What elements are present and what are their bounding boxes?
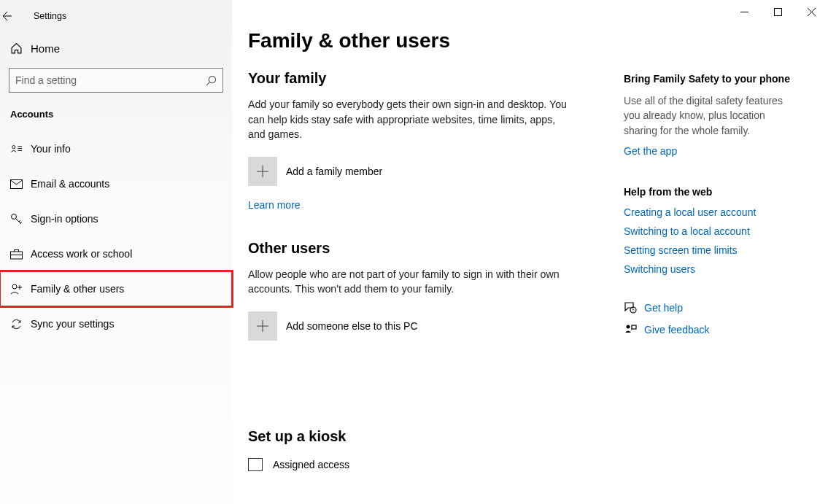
svg-point-11	[12, 214, 17, 219]
svg-point-6	[12, 145, 15, 148]
help-link-local-user[interactable]: Creating a local user account	[624, 206, 799, 218]
other-users-heading: Other users	[248, 240, 580, 257]
person-card-icon	[10, 143, 31, 155]
feedback-icon	[624, 323, 644, 336]
page-title: Family & other users	[248, 29, 580, 53]
learn-more-link[interactable]: Learn more	[248, 199, 580, 211]
svg-rect-1	[774, 8, 781, 15]
nav-label: Sync your settings	[31, 318, 114, 330]
section-label: Accounts	[0, 104, 232, 131]
add-label: Add a family member	[286, 166, 382, 177]
give-feedback-label: Give feedback	[644, 324, 710, 336]
svg-point-4	[209, 76, 215, 82]
side-panel: Bring Family Safety to your phone Use al…	[624, 29, 799, 504]
key-icon	[10, 213, 31, 225]
briefcase-icon	[10, 249, 31, 260]
give-feedback-row[interactable]: Give feedback	[624, 323, 799, 336]
home-label: Home	[29, 42, 60, 55]
kiosk-heading: Set up a kiosk	[248, 428, 580, 445]
family-safety-body: Use all of the digital safety features y…	[624, 93, 799, 138]
maximize-button[interactable]	[761, 0, 794, 23]
nav-work-school[interactable]: Access work or school	[0, 236, 232, 271]
assigned-access-row[interactable]: Assigned access	[248, 455, 580, 471]
nav-email-accounts[interactable]: Email & accounts	[0, 166, 232, 201]
help-link-switch-users[interactable]: Switching users	[624, 263, 799, 275]
svg-line-13	[19, 220, 20, 222]
your-family-body: Add your family so everybody gets their …	[248, 97, 569, 142]
nav-your-info[interactable]: Your info	[0, 131, 232, 166]
minimize-button[interactable]	[727, 0, 761, 23]
nav-label: Your info	[31, 143, 71, 155]
assigned-access-label: Assigned access	[273, 459, 349, 470]
back-button[interactable]	[0, 10, 29, 22]
nav-label: Access work or school	[31, 248, 132, 260]
add-label: Add someone else to this PC	[286, 320, 418, 332]
home-icon	[9, 42, 29, 55]
help-link-local-account[interactable]: Switching to a local account	[624, 225, 799, 237]
nav-label: Family & other users	[31, 283, 124, 295]
person-plus-icon	[10, 283, 31, 295]
svg-point-17	[12, 284, 17, 289]
home-nav[interactable]: Home	[0, 29, 232, 68]
add-other-user-button[interactable]: Add someone else to this PC	[248, 311, 580, 341]
window-controls	[727, 0, 828, 23]
app-title: Settings	[29, 11, 66, 21]
add-family-member-button[interactable]: Add a family member	[248, 157, 580, 186]
get-help-label: Get help	[644, 302, 683, 314]
nav-label: Sign-in options	[31, 213, 98, 225]
close-button[interactable]	[794, 0, 828, 23]
family-safety-heading: Bring Family Safety to your phone	[624, 73, 799, 85]
search-box[interactable]	[9, 68, 223, 93]
svg-line-14	[20, 222, 22, 223]
plus-icon	[248, 311, 277, 341]
sidebar: Settings Home Accounts Your info Email &…	[0, 0, 232, 504]
get-app-link[interactable]: Get the app	[624, 145, 799, 157]
other-users-body: Allow people who are not part of your fa…	[248, 267, 569, 297]
mail-icon	[10, 179, 31, 189]
main-area: Family & other users Your family Add you…	[232, 0, 828, 504]
nav-label: Email & accounts	[31, 178, 109, 190]
search-input[interactable]	[15, 74, 206, 86]
svg-line-5	[206, 82, 209, 85]
help-link-screen-time[interactable]: Setting screen time limits	[624, 244, 799, 256]
nav-family-other-users[interactable]: Family & other users	[0, 271, 232, 306]
nav-sync-settings[interactable]: Sync your settings	[0, 306, 232, 341]
checkbox-icon	[248, 458, 263, 471]
your-family-heading: Your family	[248, 70, 580, 87]
get-help-row[interactable]: ? Get help	[624, 301, 799, 314]
svg-rect-27	[632, 325, 636, 329]
search-icon	[206, 75, 217, 86]
sync-icon	[10, 318, 31, 330]
svg-point-26	[627, 325, 630, 328]
chat-help-icon: ?	[624, 301, 644, 314]
nav-signin-options[interactable]: Sign-in options	[0, 201, 232, 236]
help-web-heading: Help from the web	[624, 186, 799, 198]
plus-icon	[248, 157, 277, 186]
